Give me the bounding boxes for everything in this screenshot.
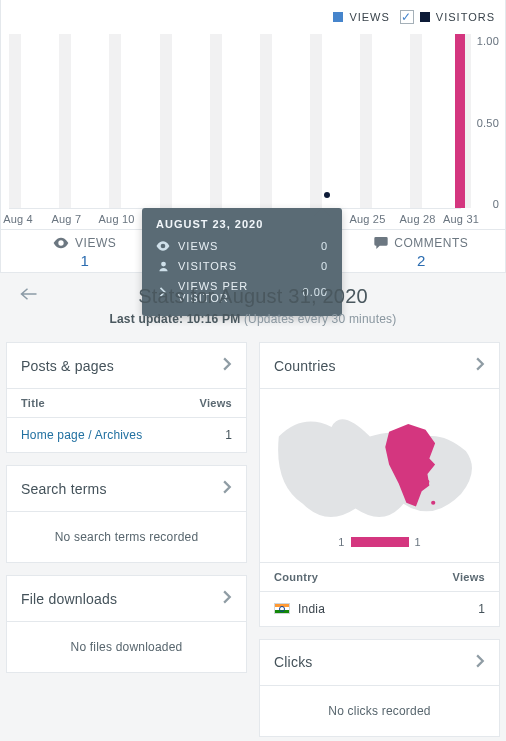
flag-in-icon	[274, 603, 290, 614]
legend-visitors-label: VISITORS	[436, 11, 495, 23]
panel-title: Search terms	[21, 481, 107, 497]
legend-bar-icon	[351, 537, 409, 547]
table-head: Country Views	[260, 562, 499, 591]
y-axis: 1.00 0.50 0	[469, 35, 499, 210]
post-views: 1	[225, 428, 232, 442]
checkbox-icon[interactable]: ✓	[400, 10, 414, 24]
tooltip-visitors-label: VISITORS	[178, 260, 294, 272]
country-views: 1	[478, 602, 485, 616]
col-country: Country	[274, 571, 318, 583]
x-tick: Aug 10	[99, 213, 135, 225]
eye-icon	[53, 237, 69, 249]
col-views: Views	[453, 571, 486, 583]
page-heading: Stats for August 31, 2020 Last update: 1…	[0, 273, 506, 336]
views-bar-aug31[interactable]	[455, 34, 465, 208]
panel-header[interactable]: Clicks	[260, 640, 499, 685]
tooltip-title: AUGUST 23, 2020	[156, 218, 328, 230]
page-subtitle: Last update: 10:16 PM (Updates every 30 …	[0, 312, 506, 326]
tooltip-views-value: 0	[302, 240, 328, 252]
table-head: Title Views	[7, 388, 246, 417]
tooltip-row-visitors: VISITORS 0	[156, 260, 328, 272]
col-views: Views	[200, 397, 233, 409]
panel-countries: Countries 1 1	[259, 342, 500, 627]
y-tick: 0.50	[469, 117, 499, 129]
chevron-right-icon	[223, 357, 232, 374]
panels-grid: Posts & pages Title Views Home page / Ar…	[0, 336, 506, 737]
map-legend: 1 1	[274, 536, 485, 548]
chart-legend: VIEWS ✓ VISITORS	[1, 0, 505, 34]
panel-title: File downloads	[21, 591, 117, 607]
legend-min: 1	[338, 536, 344, 548]
panel-title: Countries	[274, 358, 336, 374]
eye-icon	[156, 241, 170, 251]
panel-header[interactable]: Countries	[260, 343, 499, 388]
chevron-right-icon	[476, 357, 485, 374]
svg-point-2	[426, 480, 430, 484]
panel-header[interactable]: Posts & pages	[7, 343, 246, 388]
right-column: Countries 1 1	[259, 342, 500, 737]
tab-comments-value: 2	[417, 252, 426, 269]
tab-views-label: VIEWS	[75, 236, 116, 250]
table-row[interactable]: Home page / Archives 1	[7, 417, 246, 452]
chevron-right-icon	[223, 590, 232, 607]
legend-views[interactable]: VIEWS	[333, 11, 389, 23]
empty-state: No clicks recorded	[260, 685, 499, 736]
square-icon	[420, 12, 430, 22]
panel-clicks: Clicks No clicks recorded	[259, 639, 500, 737]
tooltip-row-views: VIEWS 0	[156, 240, 328, 252]
tab-views-value: 1	[80, 252, 89, 269]
panel-header[interactable]: Search terms	[7, 466, 246, 511]
back-arrow-icon[interactable]	[20, 287, 38, 305]
panel-file-downloads: File downloads No files downloaded	[6, 575, 247, 673]
col-title: Title	[21, 397, 45, 409]
countries-map[interactable]: 1 1	[260, 388, 499, 562]
page-title: Stats for August 31, 2020	[0, 285, 506, 308]
legend-visitors[interactable]: ✓ VISITORS	[400, 10, 495, 24]
empty-state: No files downloaded	[7, 621, 246, 672]
tab-comments-label: COMMENTS	[394, 236, 468, 250]
table-row[interactable]: India 1	[260, 591, 499, 626]
y-tick: 1.00	[469, 35, 499, 47]
tooltip-views-label: VIEWS	[178, 240, 294, 252]
left-column: Posts & pages Title Views Home page / Ar…	[6, 342, 247, 737]
data-point[interactable]	[324, 192, 330, 198]
panel-header[interactable]: File downloads	[7, 576, 246, 621]
post-link[interactable]: Home page / Archives	[21, 428, 142, 442]
square-icon	[333, 12, 343, 22]
x-tick: Aug 28	[400, 213, 436, 225]
panel-title: Posts & pages	[21, 358, 114, 374]
update-interval: (Updates every 30 minutes)	[244, 312, 397, 326]
x-tick: Aug 31	[443, 213, 479, 225]
x-tick: Aug 4	[3, 213, 33, 225]
tab-comments[interactable]: COMMENTS 2	[338, 230, 505, 275]
person-icon	[156, 261, 170, 272]
panel-search-terms: Search terms No search terms recorded	[6, 465, 247, 563]
empty-state: No search terms recorded	[7, 511, 246, 562]
comment-icon	[374, 237, 388, 249]
chevron-right-icon	[476, 654, 485, 671]
y-tick: 0	[469, 198, 499, 210]
svg-point-1	[431, 501, 435, 505]
chart-plot[interactable]	[9, 34, 461, 209]
tooltip-visitors-value: 0	[302, 260, 328, 272]
legend-views-label: VIEWS	[349, 11, 389, 23]
x-tick: Aug 25	[349, 213, 385, 225]
country-name: India	[298, 602, 325, 616]
chevron-right-icon	[223, 480, 232, 497]
panel-title: Clicks	[274, 654, 313, 670]
last-update: Last update: 10:16 PM	[109, 312, 240, 326]
x-tick: Aug 7	[52, 213, 82, 225]
panel-posts-pages: Posts & pages Title Views Home page / Ar…	[6, 342, 247, 453]
legend-max: 1	[415, 536, 421, 548]
